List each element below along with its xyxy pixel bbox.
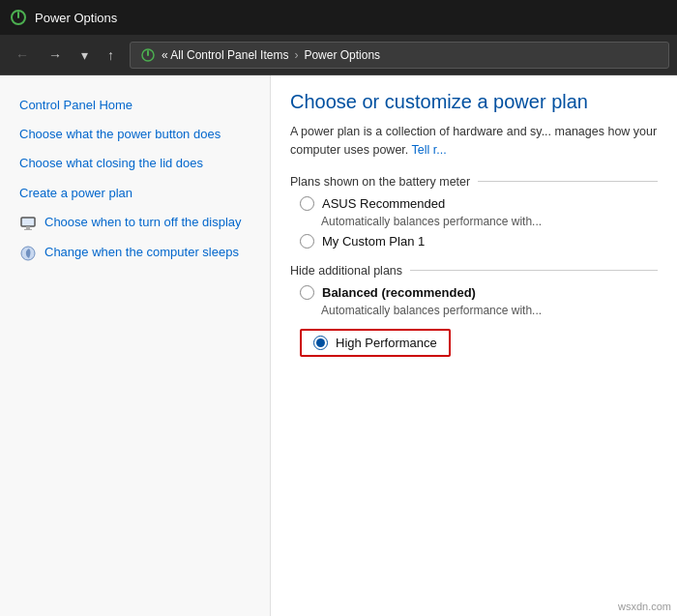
sidebar-item-closing-lid[interactable]: Choose what closing the lid does <box>0 149 270 178</box>
plan-name-asus: ASUS Recommended <box>322 196 445 211</box>
navbar: ← → ▾ ↑ « All Control Panel Items › Powe… <box>0 35 677 75</box>
radio-custom[interactable] <box>300 234 314 249</box>
plan-desc-asus: Automatically balances performance with.… <box>300 215 658 228</box>
radio-high-performance[interactable] <box>313 336 328 350</box>
svg-rect-1 <box>17 12 19 18</box>
titlebar-icon <box>10 9 27 26</box>
watermark: wsxdn.com <box>618 601 671 612</box>
display-icon <box>19 215 37 232</box>
sidebar-item-create-plan[interactable]: Create a power plan <box>0 179 270 208</box>
page-title: Choose or customize a power plan <box>290 91 658 113</box>
address-bar[interactable]: « All Control Panel Items › Power Option… <box>130 42 669 69</box>
radio-balanced[interactable] <box>300 285 314 300</box>
content-description: A power plan is a collection of hardware… <box>290 123 658 160</box>
svg-rect-3 <box>147 50 149 56</box>
sleep-icon <box>19 245 37 262</box>
sidebar-item-control-panel-home[interactable]: Control Panel Home <box>0 91 270 120</box>
plan-name-balanced: Balanced (recommended) <box>322 285 476 300</box>
tell-more-link[interactable]: Tell r... <box>412 143 447 157</box>
plan-name-high-performance: High Performance <box>336 336 437 350</box>
sidebar-item-when-sleeps[interactable]: Change when the computer sleeps <box>0 238 270 268</box>
plan-name-custom: My Custom Plan 1 <box>322 234 425 249</box>
sidebar-item-turn-off-display[interactable]: Choose when to turn off the display <box>0 208 270 238</box>
address-bar-icon <box>140 47 156 63</box>
sidebar: Control Panel Home Choose what the power… <box>0 75 271 616</box>
content-area: Choose or customize a power plan A power… <box>271 75 677 616</box>
plans-shown-label: Plans shown on the battery meter <box>290 175 658 189</box>
hide-plans-label: Hide additional plans <box>290 264 658 278</box>
main-container: Control Panel Home Choose what the power… <box>0 75 677 616</box>
svg-rect-6 <box>24 229 32 230</box>
plan-item-asus: ASUS Recommended Automatically balances … <box>300 196 658 228</box>
plan-desc-balanced: Automatically balances performance with.… <box>300 304 658 317</box>
nav-path-text: « All Control Panel Items › Power Option… <box>162 48 380 62</box>
forward-button[interactable]: → <box>41 44 70 67</box>
back-button[interactable]: ← <box>8 44 37 67</box>
svg-rect-5 <box>26 226 30 229</box>
radio-asus[interactable] <box>300 196 314 211</box>
svg-rect-4 <box>21 218 35 226</box>
sidebar-item-power-button[interactable]: Choose what the power button does <box>0 120 270 149</box>
high-performance-box: High Performance <box>300 329 451 357</box>
titlebar: Power Options <box>0 0 677 35</box>
dropdown-button[interactable]: ▾ <box>74 44 96 67</box>
titlebar-title: Power Options <box>35 11 117 25</box>
up-button[interactable]: ↑ <box>100 44 122 67</box>
plan-item-balanced: Balanced (recommended) Automatically bal… <box>300 285 658 317</box>
plan-item-custom: My Custom Plan 1 <box>300 234 658 249</box>
